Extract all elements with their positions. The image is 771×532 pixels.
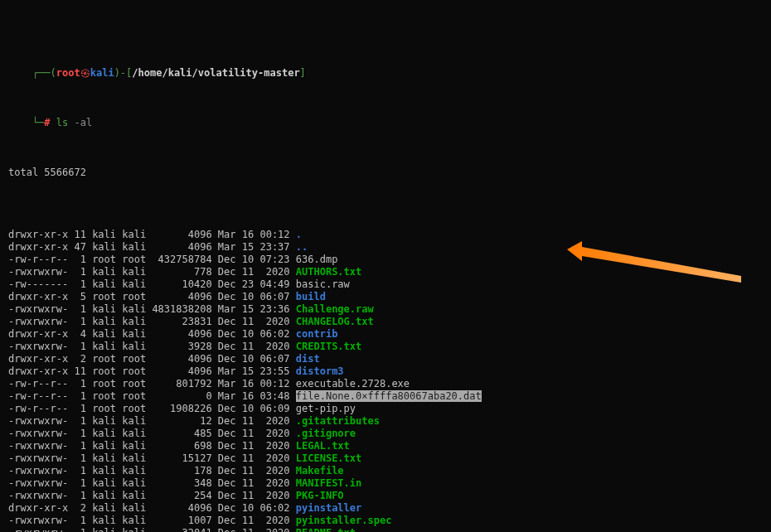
file-name: dist xyxy=(296,353,320,365)
file-name: basic.raw xyxy=(296,278,350,290)
list-item: -rw-r--r-- 1 root root 432758784 Dec 10 … xyxy=(8,254,763,266)
prompt-corner: └─ xyxy=(32,117,44,128)
file-name: LEGAL.txt xyxy=(296,440,350,452)
file-meta: drwxr-xr-x 11 kali kali 4096 Mar 16 00:1… xyxy=(8,229,296,240)
file-name: . xyxy=(296,229,302,240)
file-meta: -rwxrwxrw- 1 kali kali 3928 Dec 11 2020 xyxy=(8,341,296,352)
file-name: PKG-INFO xyxy=(296,490,344,501)
prompt-close-paren: )-[ xyxy=(114,67,133,79)
list-item: drwxr-xr-x 2 kali kali 4096 Dec 10 06:02… xyxy=(8,502,763,515)
file-name: README.txt xyxy=(296,527,356,532)
list-item: -rwxrwxrw- 1 kali kali 12 Dec 11 2020 .g… xyxy=(8,415,763,428)
file-name: 636.dmp xyxy=(296,254,338,265)
file-name: MANIFEST.in xyxy=(296,477,361,489)
list-item: -rwxrwxrw- 1 kali kali 178 Dec 11 2020 M… xyxy=(8,465,763,477)
list-item: drwxr-xr-x 2 root root 4096 Dec 10 06:07… xyxy=(8,353,763,365)
command-args: -al xyxy=(75,117,93,128)
file-name: LICENSE.txt xyxy=(296,452,361,464)
file-meta: -rwxrwxrw- 1 kali kali 254 Dec 11 2020 xyxy=(8,490,296,501)
file-meta: -rwxrwxrw- 1 kali kali 23831 Dec 11 2020 xyxy=(8,316,296,327)
prompt-close-bracket: ] xyxy=(300,67,306,79)
prompt-host: kali xyxy=(90,67,114,79)
file-meta: drwxr-xr-x 2 root root 4096 Dec 10 06:07 xyxy=(8,353,296,365)
file-name: .gitattributes xyxy=(296,415,380,427)
file-name: AUTHORS.txt xyxy=(296,266,361,278)
file-meta: -rw-r--r-- 1 root root 432758784 Dec 10 … xyxy=(8,254,296,265)
file-meta: drwxr-xr-x 2 kali kali 4096 Dec 10 06:02 xyxy=(8,502,296,514)
file-name: distorm3 xyxy=(296,365,344,377)
file-meta: -rw-r--r-- 1 root root 1908226 Dec 10 06… xyxy=(8,403,296,414)
prompt-sep-icon: ㉿ xyxy=(80,67,90,79)
file-name: build xyxy=(296,291,326,302)
file-name: file.None.0×ffffa80067aba20.dat xyxy=(296,390,482,402)
file-name: pyinstaller xyxy=(296,502,361,514)
file-name: contrib xyxy=(296,328,338,340)
ls-total: total 5566672 xyxy=(8,167,763,179)
file-meta: -rw-r--r-- 1 root root 0 Mar 16 03:48 xyxy=(8,390,296,402)
file-meta: -rwxrwxrw- 1 kali kali 15127 Dec 11 2020 xyxy=(8,452,296,464)
prompt-open: ┌──( xyxy=(32,67,56,79)
list-item: -rwxrwxrw- 1 kali kali 4831838208 Mar 15… xyxy=(8,303,763,316)
list-item: -rwxrwxrw- 1 kali kali 254 Dec 11 2020 P… xyxy=(8,490,763,502)
file-meta: -rwxrwxrw- 1 kali kali 32041 Dec 11 2020 xyxy=(8,527,296,532)
terminal[interactable]: ┌──(root㉿kali)-[/home/kali/volatility-ma… xyxy=(0,0,771,532)
prompt-user: root xyxy=(56,67,80,79)
file-meta: drwxr-xr-x 4 kali kali 4096 Dec 10 06:02 xyxy=(8,328,296,340)
list-item: -rw------- 1 kali kali 10420 Dec 23 04:4… xyxy=(8,278,763,291)
file-name: pyinstaller.spec xyxy=(296,515,392,526)
file-listing: drwxr-xr-x 11 kali kali 4096 Mar 16 00:1… xyxy=(8,229,763,532)
list-item: -rw-r--r-- 1 root root 0 Mar 16 03:48 fi… xyxy=(8,390,763,403)
file-meta: -rwxrwxrw- 1 kali kali 485 Dec 11 2020 xyxy=(8,428,296,439)
file-name: Makefile xyxy=(296,465,344,476)
file-name: .. xyxy=(296,241,308,253)
file-meta: drwxr-xr-x 5 root root 4096 Dec 10 06:07 xyxy=(8,291,296,302)
file-name: executable.2728.exe xyxy=(296,378,410,389)
prompt-line-2[interactable]: └─# ls -al xyxy=(8,104,763,117)
list-item: -rwxrwxrw- 1 kali kali 778 Dec 11 2020 A… xyxy=(8,266,763,278)
file-name: CHANGELOG.txt xyxy=(296,316,374,327)
list-item: -rwxrwxrw- 1 kali kali 15127 Dec 11 2020… xyxy=(8,452,763,465)
list-item: drwxr-xr-x 47 kali kali 4096 Mar 15 23:3… xyxy=(8,241,763,254)
file-meta: -rwxrwxrw- 1 kali kali 178 Dec 11 2020 xyxy=(8,465,296,476)
file-meta: drwxr-xr-x 47 kali kali 4096 Mar 15 23:3… xyxy=(8,241,296,253)
list-item: -rwxrwxrw- 1 kali kali 32041 Dec 11 2020… xyxy=(8,527,763,532)
list-item: -rwxrwxrw- 1 kali kali 1007 Dec 11 2020 … xyxy=(8,515,763,527)
list-item: drwxr-xr-x 11 root root 4096 Mar 15 23:5… xyxy=(8,365,763,378)
file-meta: drwxr-xr-x 11 root root 4096 Mar 15 23:5… xyxy=(8,365,296,377)
file-meta: -rwxrwxrw- 1 kali kali 12 Dec 11 2020 xyxy=(8,415,296,427)
prompt-line-1: ┌──(root㉿kali)-[/home/kali/volatility-ma… xyxy=(8,55,763,67)
file-name: get-pip.py xyxy=(296,403,356,414)
file-meta: -rw-r--r-- 1 root root 801792 Mar 16 00:… xyxy=(8,378,296,389)
list-item: -rwxrwxrw- 1 kali kali 3928 Dec 11 2020 … xyxy=(8,341,763,353)
list-item: -rwxrwxrw- 1 kali kali 348 Dec 11 2020 M… xyxy=(8,477,763,490)
prompt-path: /home/kali/volatility-master xyxy=(132,67,299,79)
prompt-hash: # xyxy=(44,117,50,128)
file-meta: -rwxrwxrw- 1 kali kali 698 Dec 11 2020 xyxy=(8,440,296,452)
file-name: Challenge.raw xyxy=(296,303,374,315)
list-item: drwxr-xr-x 5 root root 4096 Dec 10 06:07… xyxy=(8,291,763,303)
file-meta: -rwxrwxrw- 1 kali kali 348 Dec 11 2020 xyxy=(8,477,296,489)
list-item: drwxr-xr-x 4 kali kali 4096 Dec 10 06:02… xyxy=(8,328,763,341)
list-item: -rw-r--r-- 1 root root 1908226 Dec 10 06… xyxy=(8,403,763,415)
file-meta: -rwxrwxrw- 1 kali kali 4831838208 Mar 15… xyxy=(8,303,296,315)
command: ls xyxy=(56,117,68,128)
file-name: CREDITS.txt xyxy=(296,341,361,352)
list-item: drwxr-xr-x 11 kali kali 4096 Mar 16 00:1… xyxy=(8,229,763,241)
list-item: -rwxrwxrw- 1 kali kali 485 Dec 11 2020 .… xyxy=(8,428,763,440)
file-name: .gitignore xyxy=(296,428,356,439)
file-meta: -rw------- 1 kali kali 10420 Dec 23 04:4… xyxy=(8,278,296,290)
file-meta: -rwxrwxrw- 1 kali kali 1007 Dec 11 2020 xyxy=(8,515,296,526)
list-item: -rw-r--r-- 1 root root 801792 Mar 16 00:… xyxy=(8,378,763,390)
list-item: -rwxrwxrw- 1 kali kali 698 Dec 11 2020 L… xyxy=(8,440,763,452)
list-item: -rwxrwxrw- 1 kali kali 23831 Dec 11 2020… xyxy=(8,316,763,328)
file-meta: -rwxrwxrw- 1 kali kali 778 Dec 11 2020 xyxy=(8,266,296,278)
